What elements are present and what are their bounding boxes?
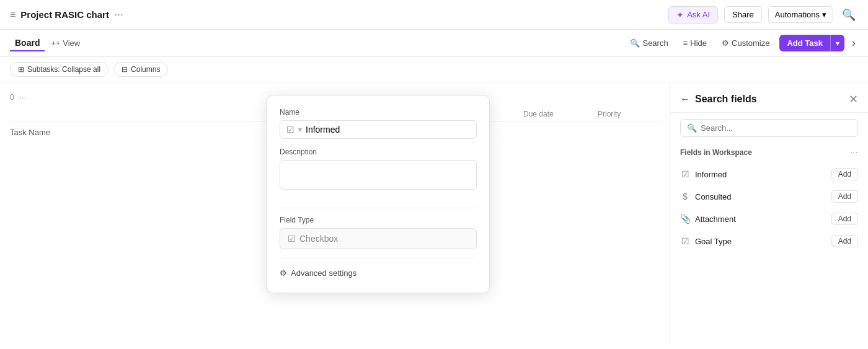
- right-panel-title: Search fields: [695, 94, 757, 105]
- field-item-name: Consulted: [695, 192, 732, 201]
- automations-chevron-icon: ▾: [822, 10, 826, 19]
- right-panel-header: ← Search fields ✕: [670, 82, 868, 113]
- field-add-button[interactable]: Add: [831, 190, 858, 203]
- gear-icon: ⚙: [280, 268, 287, 278]
- field-item-name: Goal Type: [695, 237, 732, 246]
- sub-bar-actions: 🔍 Search ≡ Hide ⚙ Customize Add Task ▾ ›: [625, 34, 858, 52]
- field-item-name: Attachment: [695, 214, 736, 224]
- field-type-label: Field Type: [280, 216, 477, 224]
- field-type-icon: ☑: [286, 125, 294, 135]
- add-task-chevron-icon: ▾: [836, 39, 839, 48]
- divider: [280, 208, 477, 208]
- name-input[interactable]: [306, 125, 470, 135]
- columns-button[interactable]: ⊟ Columns: [113, 62, 168, 77]
- more-options-button[interactable]: ›: [849, 34, 858, 52]
- search-input[interactable]: [701, 123, 851, 133]
- field-editor-modal: Name ☑ ▾ Description Field Type ☑ Checkb…: [267, 95, 490, 293]
- group-count: 0: [10, 93, 14, 102]
- add-task-button[interactable]: Add Task: [779, 35, 830, 51]
- field-item-left: ☑ Goal Type: [680, 236, 732, 246]
- top-bar-right: ✦ Ask AI Share Automations ▾ 🔍: [668, 6, 858, 24]
- fields-section-title: Fields in Workspace: [680, 148, 752, 157]
- name-input-row[interactable]: ☑ ▾: [280, 120, 477, 139]
- top-bar-left: ≡ Project RASIC chart ···: [10, 8, 123, 21]
- page-title: Project RASIC chart: [20, 9, 109, 20]
- add-task-dropdown-button[interactable]: ▾: [830, 35, 844, 51]
- field-item[interactable]: $ Consulted Add: [670, 185, 868, 208]
- field-item[interactable]: 📎 Attachment Add: [670, 208, 868, 230]
- field-type-value[interactable]: ☑ Checkbox: [280, 228, 477, 249]
- name-label: Name: [280, 108, 477, 117]
- field-add-button[interactable]: Add: [831, 168, 858, 180]
- automations-button[interactable]: Automations ▾: [768, 6, 833, 23]
- field-item-name: Informed: [695, 170, 727, 179]
- field-add-button[interactable]: Add: [831, 213, 858, 225]
- field-item-left: $ Consulted: [680, 192, 732, 201]
- add-view-icon: +: [51, 38, 56, 48]
- search-button[interactable]: 🔍 Search: [625, 36, 673, 50]
- group-more-button[interactable]: ···: [19, 92, 27, 102]
- add-task-group: Add Task ▾: [779, 35, 844, 51]
- fields-list: ☑ Informed Add $ Consulted Add 📎 Attachm…: [670, 163, 868, 252]
- col-due-date-header: Due date: [523, 110, 598, 118]
- fields-section-header: Fields in Workspace ···: [670, 143, 868, 162]
- advanced-settings-button[interactable]: ⚙ Advanced settings: [280, 266, 477, 280]
- field-add-button[interactable]: Add: [831, 235, 858, 247]
- gear-icon: ⚙: [722, 38, 729, 48]
- right-panel: ← Search fields ✕ 🔍 Fields in Workspace …: [670, 82, 868, 345]
- columns-icon: ⊟: [122, 65, 128, 74]
- field-type-checkbox-icon: ☑: [288, 234, 296, 244]
- field-item[interactable]: ☑ Informed Add: [670, 163, 868, 185]
- right-panel-title-row: ← Search fields: [680, 94, 757, 105]
- close-button[interactable]: ✕: [849, 92, 858, 106]
- tab-board[interactable]: Board: [10, 35, 45, 51]
- board-area: 0 ··· Due date Priority Task Name Name ☑…: [0, 82, 670, 345]
- view-tabs: Board + + View: [10, 35, 80, 51]
- sub-bar: Board + + View 🔍 Search ≡ Hide ⚙ Customi…: [0, 30, 868, 57]
- hide-icon: ≡: [683, 38, 688, 48]
- description-label: Description: [280, 148, 477, 156]
- field-item-icon: 📎: [680, 214, 690, 224]
- hide-button[interactable]: ≡ Hide: [678, 36, 712, 50]
- field-icon-chevron[interactable]: ▾: [298, 125, 302, 134]
- field-item-icon: ☑: [680, 169, 690, 179]
- fields-section-more-button[interactable]: ···: [850, 147, 858, 158]
- main-content: 0 ··· Due date Priority Task Name Name ☑…: [0, 82, 868, 345]
- back-button[interactable]: ←: [680, 94, 690, 105]
- field-item-icon: $: [680, 192, 690, 201]
- search-box[interactable]: 🔍: [680, 119, 858, 137]
- customize-button[interactable]: ⚙ Customize: [717, 36, 774, 50]
- field-item[interactable]: ☑ Goal Type Add: [670, 230, 868, 252]
- top-bar: ≡ Project RASIC chart ··· ✦ Ask AI Share…: [0, 0, 868, 30]
- ask-ai-button[interactable]: ✦ Ask AI: [668, 6, 718, 24]
- search-icon: 🔍: [630, 38, 640, 48]
- top-search-button[interactable]: 🔍: [839, 6, 858, 24]
- subtasks-icon: ⊞: [18, 65, 24, 74]
- subtasks-collapse-button[interactable]: ⊞ Subtasks: Collapse all: [10, 62, 108, 77]
- field-item-icon: ☑: [680, 236, 690, 246]
- field-item-left: ☑ Informed: [680, 169, 727, 179]
- col-priority-header: Priority: [598, 110, 660, 118]
- hamburger-icon: ≡: [10, 9, 16, 20]
- title-more-button[interactable]: ···: [114, 8, 123, 21]
- description-input[interactable]: [280, 160, 477, 190]
- share-button[interactable]: Share: [724, 6, 762, 23]
- ai-star-icon: ✦: [676, 10, 684, 20]
- field-item-left: 📎 Attachment: [680, 214, 736, 224]
- search-icon: 🔍: [687, 123, 697, 133]
- add-view-button[interactable]: + + View: [51, 38, 80, 48]
- toolbar-row: ⊞ Subtasks: Collapse all ⊟ Columns: [0, 57, 868, 82]
- divider2: [280, 258, 477, 258]
